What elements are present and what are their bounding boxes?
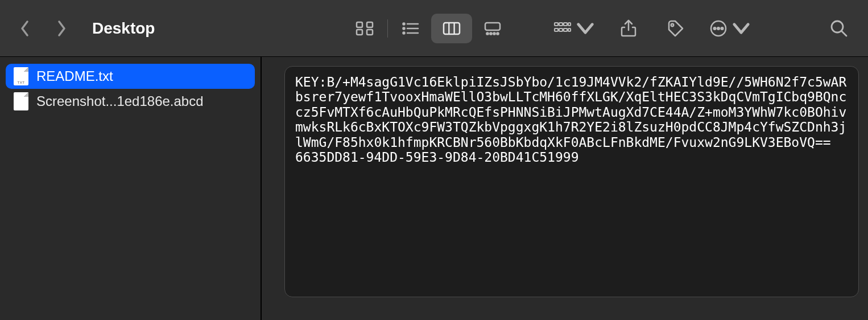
- svg-rect-1: [367, 22, 373, 27]
- svg-point-14: [486, 32, 488, 34]
- chevron-down-icon: [731, 19, 751, 38]
- svg-rect-22: [555, 28, 558, 31]
- group-by-button[interactable]: [553, 15, 595, 42]
- svg-point-30: [717, 27, 720, 30]
- svg-rect-21: [568, 23, 571, 26]
- svg-point-6: [403, 27, 405, 29]
- svg-point-15: [490, 32, 491, 34]
- svg-point-27: [671, 23, 673, 26]
- svg-point-29: [714, 27, 716, 30]
- svg-point-31: [721, 27, 724, 30]
- toolbar: Desktop: [0, 0, 868, 57]
- svg-rect-23: [559, 28, 563, 31]
- search-button[interactable]: [826, 15, 852, 42]
- icon-view-button[interactable]: [344, 14, 385, 43]
- gallery-view-button[interactable]: [472, 14, 513, 43]
- column-view-button[interactable]: [431, 14, 472, 43]
- svg-rect-3: [367, 30, 373, 35]
- svg-rect-10: [444, 23, 460, 34]
- back-button[interactable]: [17, 17, 33, 40]
- svg-point-32: [832, 21, 843, 32]
- file-icon: [14, 92, 28, 110]
- file-list-column: TXT README.txt Screenshot...1ed186e.abcd: [0, 57, 262, 320]
- location-title: Desktop: [92, 19, 155, 38]
- view-mode-group: [344, 14, 513, 43]
- svg-rect-18: [555, 23, 558, 26]
- file-preview-content: KEY:B/+M4sagG1Vc16EklpiIZsJSbYbo/1c19JM4…: [284, 66, 859, 297]
- list-view-button[interactable]: [390, 14, 431, 43]
- svg-rect-13: [485, 23, 500, 30]
- svg-point-8: [403, 32, 405, 34]
- file-name: Screenshot...1ed186e.abcd: [36, 93, 204, 109]
- svg-point-17: [497, 32, 498, 34]
- svg-rect-24: [564, 28, 567, 31]
- file-name: README.txt: [36, 68, 113, 84]
- svg-rect-2: [357, 30, 362, 35]
- svg-rect-20: [564, 23, 567, 26]
- svg-point-16: [493, 32, 495, 34]
- chevron-down-icon: [576, 19, 595, 38]
- svg-rect-25: [568, 28, 571, 31]
- svg-rect-0: [357, 22, 362, 27]
- action-group: [553, 15, 852, 42]
- preview-column: KEY:B/+M4sagG1Vc16EklpiIZsJSbYbo/1c19JM4…: [262, 57, 868, 320]
- svg-point-4: [403, 23, 405, 24]
- tags-button[interactable]: [662, 15, 688, 42]
- share-button[interactable]: [615, 15, 642, 42]
- svg-rect-19: [559, 23, 563, 26]
- more-actions-button[interactable]: [709, 15, 751, 42]
- text-file-icon: TXT: [14, 67, 28, 85]
- svg-line-33: [842, 31, 846, 36]
- toolbar-divider: [387, 19, 388, 38]
- file-row-screenshot[interactable]: Screenshot...1ed186e.abcd: [6, 89, 255, 114]
- forward-button[interactable]: [53, 17, 69, 40]
- file-row-readme[interactable]: TXT README.txt: [6, 64, 255, 89]
